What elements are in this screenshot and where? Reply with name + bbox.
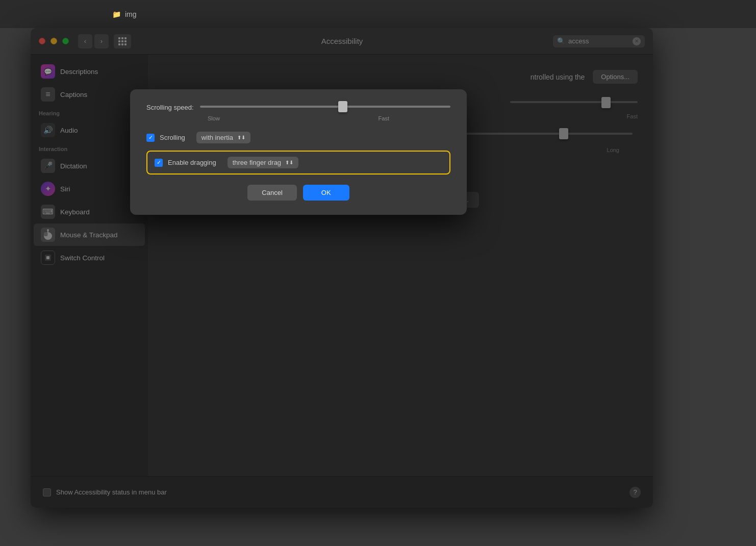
folder-icon: 📁 [112,10,121,18]
modal-scrolling-speed-row: Scrolling speed: Slow Fast [146,104,450,121]
scrolling-chevron-icon: ⬆⬇ [237,135,245,140]
scrolling-speed-label: Scrolling speed: [146,104,194,111]
speed-min-label: Slow [208,115,220,121]
enable-dragging-row: ✓ Enable dragging three finger drag ⬆⬇ [146,151,450,175]
speed-max-label: Fast [379,115,389,121]
modal-buttons: Cancel OK [146,185,450,201]
scrolling-select[interactable]: with inertia ⬆⬇ [196,132,250,143]
main-window: ‹ › Accessibility 🔍 ✕ 💬 Descriptions [31,28,653,508]
title-bar-folder: 📁 img [112,0,137,28]
scrolling-select-value: with inertia [201,134,233,141]
modal-scrolling-row: ✓ Scrolling with inertia ⬆⬇ [146,132,450,143]
dragging-chevron-icon: ⬆⬇ [285,160,293,165]
ok-button[interactable]: OK [303,185,349,201]
dragging-select[interactable]: three finger drag ⬆⬇ [228,157,298,168]
enable-dragging-checkbox[interactable]: ✓ [155,159,163,167]
modal-overlay: Scrolling speed: Slow Fast ✓ Scrolling w… [31,28,653,508]
folder-name: img [125,10,137,18]
scrolling-label: Scrolling [160,134,185,141]
scrolling-speed-thumb[interactable] [338,101,347,112]
enable-dragging-label: Enable dragging [168,159,216,166]
cancel-button[interactable]: Cancel [247,185,296,201]
scrolling-checkbox[interactable]: ✓ [146,134,155,142]
dragging-select-value: three finger drag [233,159,281,166]
modal-popup: Scrolling speed: Slow Fast ✓ Scrolling w… [130,89,467,215]
